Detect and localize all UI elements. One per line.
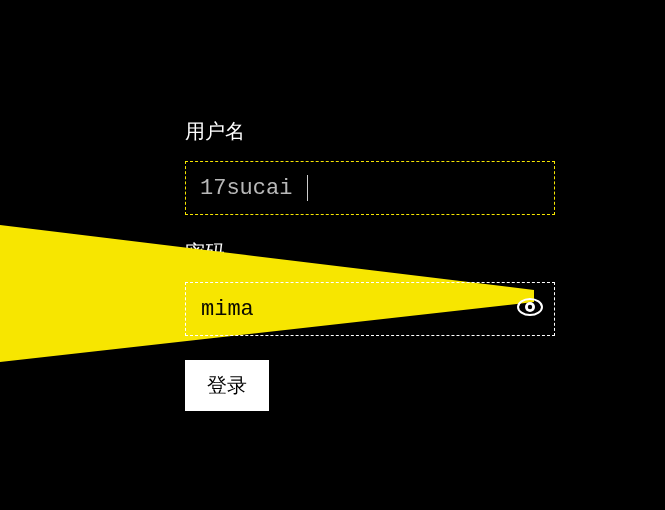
username-label: 用户名 xyxy=(185,118,555,145)
username-input[interactable] xyxy=(185,161,555,215)
password-wrapper: mima xyxy=(185,282,555,336)
login-button[interactable]: 登录 xyxy=(185,360,269,411)
eye-icon[interactable] xyxy=(517,298,543,320)
login-form: 用户名 密码 mima 登录 xyxy=(185,118,555,411)
password-label: 密码 xyxy=(185,239,555,266)
text-cursor xyxy=(307,175,308,201)
password-visible-text: mima xyxy=(201,297,254,322)
username-wrapper xyxy=(185,161,555,215)
svg-point-3 xyxy=(528,305,532,309)
